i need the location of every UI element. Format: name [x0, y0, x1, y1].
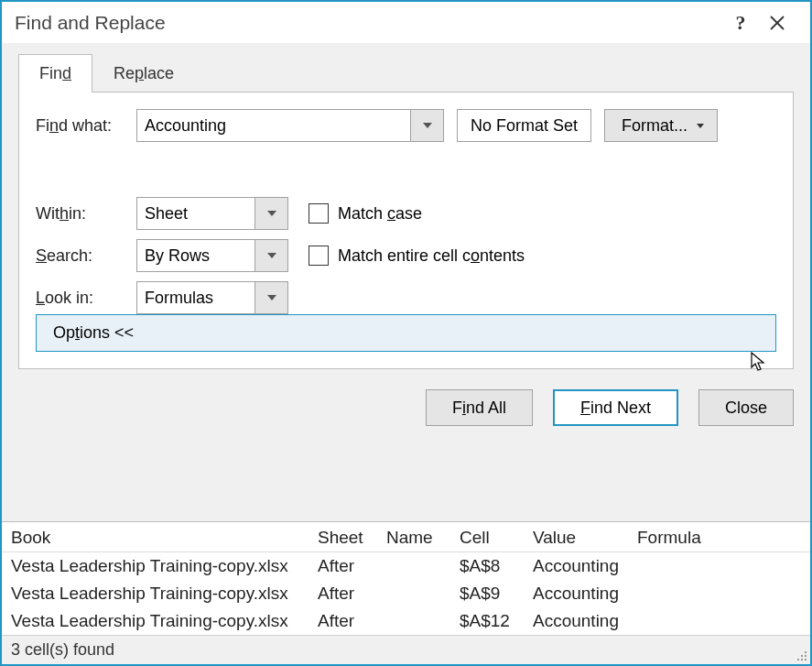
find-history-dropdown[interactable]: [411, 109, 444, 142]
results-table[interactable]: Book Sheet Name Cell Value Formula Vesta…: [2, 522, 810, 635]
within-label: Within:: [36, 204, 136, 224]
format-button[interactable]: Format...: [604, 109, 718, 142]
tab-bar: Find Replace: [18, 54, 794, 93]
find-panel: Find what: No Format Set Format... Withi…: [18, 92, 794, 369]
match-case-checkbox[interactable]: [309, 203, 329, 224]
status-bar: 3 cell(s) found: [2, 635, 810, 664]
cell-value: Accounting: [524, 607, 628, 635]
match-entire-checkbox[interactable]: [309, 246, 329, 266]
col-name[interactable]: Name: [377, 522, 450, 552]
close-icon: [769, 15, 785, 31]
search-dropdown-button[interactable]: [255, 239, 288, 272]
dialog-body: Find Replace Find what: No Format Set Fo…: [2, 43, 810, 521]
cell-value: Accounting: [524, 580, 628, 607]
cell-book: Vesta Leadership Training-copy.xlsx: [2, 552, 309, 581]
look-in-label: Look in:: [36, 289, 136, 308]
col-sheet[interactable]: Sheet: [309, 522, 377, 552]
within-dropdown-button[interactable]: [255, 197, 288, 230]
within-select[interactable]: Sheet: [136, 197, 255, 230]
col-book[interactable]: Book: [2, 522, 309, 552]
dialog-title: Find and Replace: [15, 12, 722, 34]
col-cell[interactable]: Cell: [450, 522, 524, 552]
chevron-down-icon: [267, 253, 276, 258]
look-in-select[interactable]: Formulas: [136, 281, 255, 314]
col-formula[interactable]: Formula: [628, 522, 810, 552]
format-preview: No Format Set: [457, 109, 591, 142]
chevron-down-icon: [267, 295, 276, 300]
chevron-down-icon: [267, 211, 276, 216]
close-button[interactable]: Close: [698, 389, 794, 426]
search-label: Search:: [36, 246, 136, 266]
table-row[interactable]: Vesta Leadership Training-copy.xlsxAfter…: [2, 580, 810, 607]
titlebar: Find and Replace ?: [2, 2, 810, 43]
cell-formula: [628, 607, 810, 635]
results-pane: Book Sheet Name Cell Value Formula Vesta…: [2, 521, 810, 635]
cell-cell: $A$8: [450, 552, 524, 581]
cell-book: Vesta Leadership Training-copy.xlsx: [2, 580, 309, 607]
tab-find[interactable]: Find: [18, 54, 92, 93]
action-buttons: Find All Find Next Close: [18, 389, 794, 426]
find-next-button[interactable]: Find Next: [553, 389, 678, 426]
cell-name: [377, 552, 450, 581]
cell-cell: $A$9: [450, 580, 524, 607]
cell-book: Vesta Leadership Training-copy.xlsx: [2, 607, 309, 635]
resize-grip-icon[interactable]: [794, 648, 807, 661]
cell-value: Accounting: [524, 552, 628, 581]
options-toggle-button[interactable]: Options <<: [36, 314, 776, 352]
cell-sheet: After: [309, 552, 377, 581]
find-what-input[interactable]: [136, 109, 411, 142]
cell-formula: [628, 552, 810, 581]
cell-cell: $A$12: [450, 607, 524, 635]
find-all-button[interactable]: Find All: [426, 389, 533, 426]
match-entire-label: Match entire cell contents: [338, 246, 525, 266]
find-replace-dialog: Find and Replace ? Find Replace Find wha…: [0, 0, 812, 666]
cursor-icon: [749, 351, 771, 373]
match-case-label: Match case: [338, 204, 422, 224]
table-row[interactable]: Vesta Leadership Training-copy.xlsxAfter…: [2, 552, 810, 581]
status-text: 3 cell(s) found: [11, 640, 114, 660]
look-in-dropdown-button[interactable]: [255, 281, 288, 314]
cell-name: [377, 607, 450, 635]
cell-sheet: After: [309, 580, 377, 607]
find-what-label: Find what:: [36, 116, 136, 136]
search-select[interactable]: By Rows: [136, 239, 255, 272]
help-button[interactable]: ?: [722, 9, 759, 37]
tab-replace[interactable]: Replace: [92, 54, 195, 93]
cell-sheet: After: [309, 607, 377, 635]
col-value[interactable]: Value: [524, 522, 628, 552]
cell-formula: [628, 580, 810, 607]
close-window-button[interactable]: [759, 9, 796, 37]
cell-name: [377, 580, 450, 607]
chevron-down-icon: [697, 124, 704, 128]
table-row[interactable]: Vesta Leadership Training-copy.xlsxAfter…: [2, 607, 810, 635]
chevron-down-icon: [423, 123, 432, 128]
